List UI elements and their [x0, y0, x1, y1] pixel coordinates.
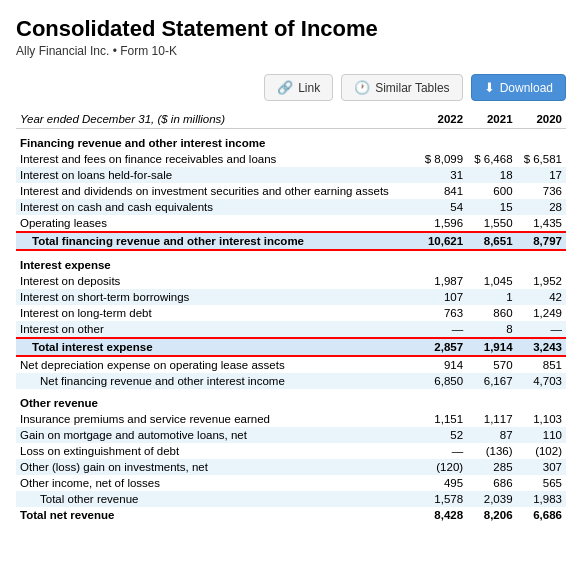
download-button[interactable]: ⬇ Download — [471, 74, 566, 101]
data-label: Operating leases — [16, 215, 418, 232]
table-row: Interest and fees on finance receivables… — [16, 151, 566, 167]
table-row: Interest on short-term borrowings107142 — [16, 289, 566, 305]
data-value: 686 — [467, 475, 516, 491]
data-value: (120) — [418, 459, 467, 475]
indent-label: Total other revenue — [16, 491, 418, 507]
total-label: Total net revenue — [16, 507, 418, 523]
data-label: Other (loss) gain on investments, net — [16, 459, 418, 475]
similar-label: Similar Tables — [375, 81, 449, 95]
data-value: 110 — [517, 427, 566, 443]
data-value: 1,249 — [517, 305, 566, 321]
table-row: Insurance premiums and service revenue e… — [16, 411, 566, 427]
table-row: Total interest expense2,8571,9143,243 — [16, 338, 566, 356]
section-header-label: Interest expense — [16, 250, 566, 273]
data-value: 570 — [467, 356, 516, 373]
data-value: 87 — [467, 427, 516, 443]
data-label: Interest on cash and cash equivalents — [16, 199, 418, 215]
table-row: Interest and dividends on investment sec… — [16, 183, 566, 199]
total-value: 6,686 — [517, 507, 566, 523]
data-value: 1,550 — [467, 215, 516, 232]
total-red-value: 8,797 — [517, 232, 566, 250]
clock-icon: 🕐 — [354, 80, 370, 95]
indent-value: 1,983 — [517, 491, 566, 507]
data-value: (136) — [467, 443, 516, 459]
data-value: 28 — [517, 199, 566, 215]
data-value: 1,596 — [418, 215, 467, 232]
data-label: Interest on loans held-for-sale — [16, 167, 418, 183]
total-red-value: 1,914 — [467, 338, 516, 356]
data-value: 285 — [467, 459, 516, 475]
data-value: 52 — [418, 427, 467, 443]
total-value: 8,206 — [467, 507, 516, 523]
data-label: Interest on long-term debt — [16, 305, 418, 321]
data-label: Interest on short-term borrowings — [16, 289, 418, 305]
data-value: 31 — [418, 167, 467, 183]
data-label: Gain on mortgage and automotive loans, n… — [16, 427, 418, 443]
data-value: 763 — [418, 305, 467, 321]
link-icon: 🔗 — [277, 80, 293, 95]
link-label: Link — [298, 81, 320, 95]
table-row: Other (loss) gain on investments, net(12… — [16, 459, 566, 475]
indent-value: 2,039 — [467, 491, 516, 507]
table-row: Other revenue — [16, 389, 566, 411]
data-value: 15 — [467, 199, 516, 215]
page-subtitle: Ally Financial Inc. • Form 10-K — [16, 44, 566, 58]
data-value: 565 — [517, 475, 566, 491]
data-label: Net depreciation expense on operating le… — [16, 356, 418, 373]
total-red-value: 8,651 — [467, 232, 516, 250]
link-button[interactable]: 🔗 Link — [264, 74, 333, 101]
total-red-value: 2,857 — [418, 338, 467, 356]
table-row: Interest on cash and cash equivalents541… — [16, 199, 566, 215]
data-value: 1 — [467, 289, 516, 305]
toolbar: 🔗 Link 🕐 Similar Tables ⬇ Download — [16, 74, 566, 101]
data-value: 736 — [517, 183, 566, 199]
data-value: 1,952 — [517, 273, 566, 289]
data-value: 1,151 — [418, 411, 467, 427]
section-header-label: Other revenue — [16, 389, 566, 411]
header-col3: 2020 — [517, 111, 566, 129]
header-label: Year ended December 31, ($ in millions) — [16, 111, 418, 129]
table-row: Operating leases1,5961,5501,435 — [16, 215, 566, 232]
table-row: Net depreciation expense on operating le… — [16, 356, 566, 373]
data-value: 107 — [418, 289, 467, 305]
header-col1: 2022 — [418, 111, 467, 129]
data-label: Insurance premiums and service revenue e… — [16, 411, 418, 427]
data-value: — — [418, 321, 467, 338]
table-row: Loss on extinguishment of debt—(136)(102… — [16, 443, 566, 459]
data-label: Interest and dividends on investment sec… — [16, 183, 418, 199]
data-value: 495 — [418, 475, 467, 491]
data-value: 841 — [418, 183, 467, 199]
table-row: Interest on other—8— — [16, 321, 566, 338]
download-icon: ⬇ — [484, 80, 495, 95]
data-value: 1,045 — [467, 273, 516, 289]
data-value: 1,117 — [467, 411, 516, 427]
download-label: Download — [500, 81, 553, 95]
similar-tables-button[interactable]: 🕐 Similar Tables — [341, 74, 462, 101]
data-value: 42 — [517, 289, 566, 305]
data-value: $ 8,099 — [418, 151, 467, 167]
table-row: Interest on loans held-for-sale311817 — [16, 167, 566, 183]
table-row: Financing revenue and other interest inc… — [16, 129, 566, 152]
table-row: Other income, net of losses495686565 — [16, 475, 566, 491]
table-row: Gain on mortgage and automotive loans, n… — [16, 427, 566, 443]
data-value: $ 6,581 — [517, 151, 566, 167]
table-row: Interest on deposits1,9871,0451,952 — [16, 273, 566, 289]
indent-value: 6,167 — [467, 373, 516, 389]
data-value: 18 — [467, 167, 516, 183]
data-value: 914 — [418, 356, 467, 373]
data-value: 860 — [467, 305, 516, 321]
data-value: 8 — [467, 321, 516, 338]
data-value: 600 — [467, 183, 516, 199]
data-label: Interest and fees on finance receivables… — [16, 151, 418, 167]
data-label: Other income, net of losses — [16, 475, 418, 491]
data-value: — — [517, 321, 566, 338]
page-title: Consolidated Statement of Income — [16, 16, 566, 42]
table-row: Interest expense — [16, 250, 566, 273]
total-red-value: 10,621 — [418, 232, 467, 250]
data-value: 1,987 — [418, 273, 467, 289]
data-value: 17 — [517, 167, 566, 183]
data-value: 307 — [517, 459, 566, 475]
data-label: Interest on other — [16, 321, 418, 338]
data-value: $ 6,468 — [467, 151, 516, 167]
data-value: (102) — [517, 443, 566, 459]
